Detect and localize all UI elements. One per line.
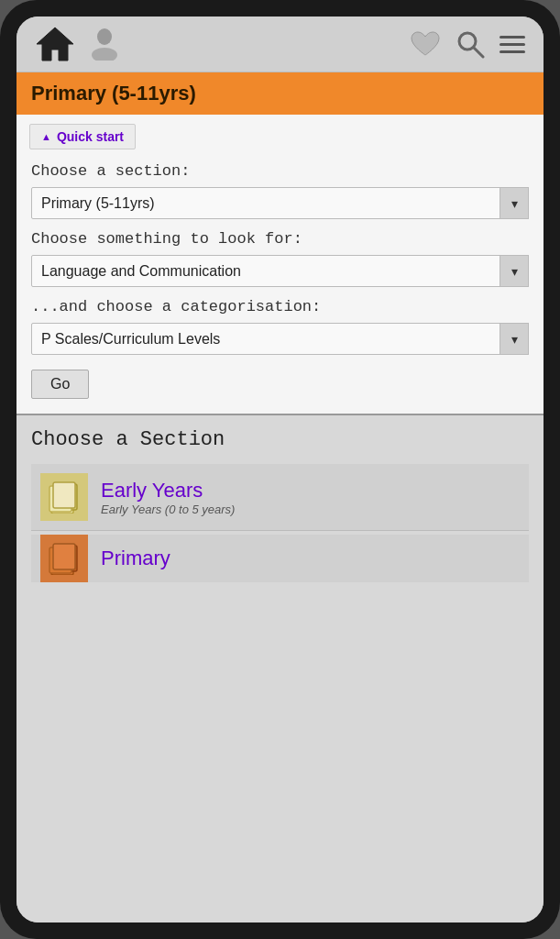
quick-start-label: Quick start (57, 129, 124, 144)
section-header: Primary (5-11yrs) (16, 72, 544, 115)
phone-frame: Primary (5-11yrs) ▲ Quick start Choose a… (0, 0, 560, 939)
quick-start-area: ▲ Quick start (16, 115, 544, 149)
categorisation-select-wrapper: P Scales/Curriculum Levels National Curr… (31, 323, 529, 355)
section-select-label: Choose a section: (31, 162, 529, 180)
home-button[interactable] (35, 26, 75, 62)
section-select[interactable]: Primary (5-11yrs) Early Years (0-5yrs) S… (31, 187, 529, 219)
svg-rect-8 (53, 482, 75, 508)
categorisation-label: ...and choose a categorisation: (31, 298, 529, 315)
quick-start-button[interactable]: ▲ Quick start (29, 124, 136, 149)
favorites-button[interactable] (410, 30, 441, 58)
svg-rect-12 (53, 544, 75, 569)
search-button[interactable] (456, 29, 485, 59)
svg-point-1 (97, 28, 112, 45)
section-select-wrapper: Primary (5-11yrs) Early Years (0-5yrs) S… (31, 187, 529, 219)
quick-start-panel: Choose a section: Primary (5-11yrs) Earl… (16, 149, 544, 415)
look-for-select[interactable]: Language and Communication Numeracy Lite… (31, 255, 529, 287)
choose-section-area: Choose a Section Early Years Early Years… (16, 415, 544, 922)
quick-start-arrow: ▲ (41, 131, 51, 142)
svg-line-4 (474, 48, 483, 57)
go-button[interactable]: Go (31, 370, 89, 399)
early-years-subtitle: Early Years (0 to 5 years) (101, 503, 235, 516)
early-years-title: Early Years (101, 479, 235, 503)
phone-screen: Primary (5-11yrs) ▲ Quick start Choose a… (16, 17, 544, 922)
list-item[interactable]: Early Years Early Years (0 to 5 years) (31, 464, 529, 531)
early-years-text: Early Years Early Years (0 to 5 years) (101, 479, 235, 516)
early-years-icon (40, 473, 88, 521)
choose-section-title: Choose a Section (31, 428, 529, 451)
svg-marker-0 (37, 28, 73, 61)
section-header-title: Primary (5-11yrs) (31, 82, 196, 105)
look-for-label: Choose something to look for: (31, 230, 529, 248)
categorisation-select[interactable]: P Scales/Curriculum Levels National Curr… (31, 323, 529, 355)
menu-button[interactable] (500, 36, 525, 53)
list-item[interactable]: Primary (31, 535, 529, 582)
top-nav (16, 17, 544, 72)
svg-point-2 (92, 48, 117, 61)
primary-title: Primary (101, 547, 170, 570)
profile-button[interactable] (90, 28, 119, 61)
primary-icon (40, 535, 88, 582)
look-for-select-wrapper: Language and Communication Numeracy Lite… (31, 255, 529, 287)
primary-text: Primary (101, 547, 170, 570)
